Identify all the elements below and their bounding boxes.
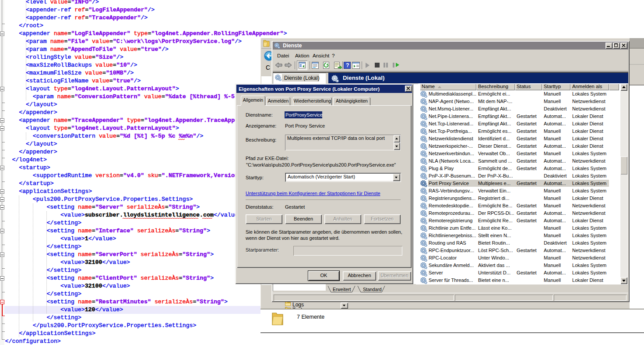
svg-text:Standard: Standard (363, 287, 382, 292)
svg-text:Erweitert: Erweitert (333, 287, 351, 292)
